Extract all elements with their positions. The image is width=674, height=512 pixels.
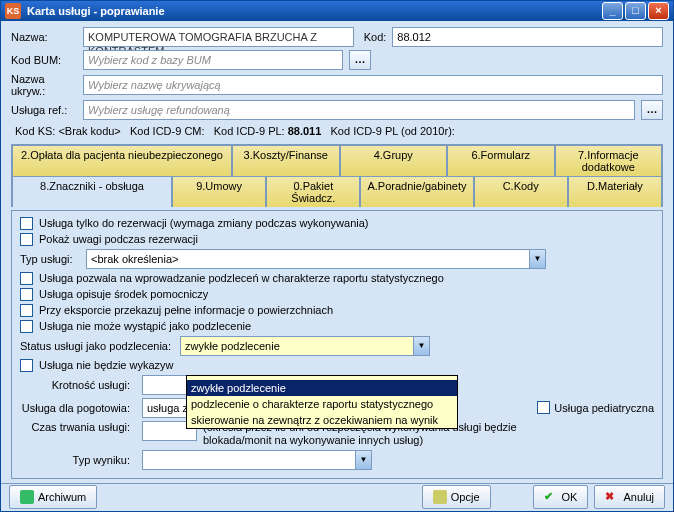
chk-srodek[interactable] <box>20 288 33 301</box>
archive-icon <box>20 490 34 504</box>
pogo-label: Usługa dla pogotowia: <box>20 402 130 414</box>
krot-label: Krotność usługi: <box>20 379 130 391</box>
kodbum-label: Kod BUM: <box>11 54 77 66</box>
status-label: Status usługi jako podzlecenia: <box>20 340 180 352</box>
close-button[interactable]: × <box>648 2 669 20</box>
app-icon: KS <box>5 3 21 19</box>
maximize-button[interactable]: □ <box>625 2 646 20</box>
tab-koszty[interactable]: 3.Koszty/Finanse <box>232 145 340 176</box>
minimize-button[interactable]: _ <box>602 2 623 20</box>
tab-grupy[interactable]: 4.Grupy <box>340 145 448 176</box>
tab-znaczniki[interactable]: 8.Znaczniki - obsługa <box>12 176 172 207</box>
chevron-down-icon: ▼ <box>529 250 545 268</box>
wynik-label: Typ wyniku: <box>20 454 130 466</box>
tab-panel: Usługa tylko do rezerwacji (wymaga zmian… <box>11 210 663 479</box>
tab-informacje[interactable]: 7.Informacje dodatkowe <box>555 145 663 176</box>
opcje-button[interactable]: Opcje <box>422 485 491 509</box>
kod-label: Kod: <box>364 31 387 43</box>
chk-pediatr[interactable] <box>537 401 550 414</box>
chk-eksport[interactable] <box>20 304 33 317</box>
chk-uwagi[interactable] <box>20 233 33 246</box>
ok-button[interactable]: ✔OK <box>533 485 589 509</box>
tab-poradnie[interactable]: A.Poradnie/gabinety <box>360 176 473 207</box>
chk-podzlecenia[interactable] <box>20 272 33 285</box>
chevron-down-icon: ▼ <box>413 337 429 355</box>
tab-kody[interactable]: C.Kody <box>474 176 568 207</box>
uslref-input[interactable]: Wybierz usługę refundowaną <box>83 100 635 120</box>
tab-oplata[interactable]: 2.Opłata dla pacjenta nieubezpieczonego <box>12 145 232 176</box>
nazwa-label: Nazwa: <box>11 31 77 43</box>
tab-pakiet[interactable]: 0.Pakiet Świadcz. <box>266 176 360 207</box>
anuluj-button[interactable]: ✖Anuluj <box>594 485 665 509</box>
status-option-raport[interactable]: podzlecenie o charakterze raportu statys… <box>187 396 457 412</box>
czas-label: Czas trwania usługi: <box>20 421 130 433</box>
tab-umowy[interactable]: 9.Umowy <box>172 176 266 207</box>
typ-select[interactable]: <brak określenia>▼ <box>86 249 546 269</box>
chk-rezerwacja[interactable] <box>20 217 33 230</box>
options-icon <box>433 490 447 504</box>
kod-input[interactable]: 88.012 <box>392 27 663 47</box>
nazwaukr-label: Nazwa ukryw.: <box>11 73 77 97</box>
nazwa-input[interactable]: KOMPUTEROWA TOMOGRAFIA BRZUCHA Z KONTRAS… <box>83 27 354 47</box>
tab-materialy[interactable]: D.Materiały <box>568 176 662 207</box>
status-option-zwykle[interactable]: zwykłe podzlecenie <box>187 380 457 396</box>
uslref-label: Usługa ref.: <box>11 104 77 116</box>
status-dropdown[interactable]: zwykłe podzlecenie podzlecenie o charakt… <box>186 375 458 429</box>
archiwum-button[interactable]: Archiwum <box>9 485 97 509</box>
kodbum-pick-button[interactable]: … <box>349 50 371 70</box>
chevron-down-icon: ▼ <box>355 451 371 469</box>
tab-formularz[interactable]: 6.Formularz <box>447 145 555 176</box>
status-option-skierowanie[interactable]: skierowanie na zewnątrz z oczekiwaniem n… <box>187 412 457 428</box>
uslref-pick-button[interactable]: … <box>641 100 663 120</box>
chk-niepodzl[interactable] <box>20 320 33 333</box>
chk-niewykaz[interactable] <box>20 359 33 372</box>
window-title: Karta usługi - poprawianie <box>27 5 600 17</box>
typ-label: Typ usługi: <box>20 253 80 265</box>
check-icon: ✔ <box>544 490 558 504</box>
window: KS Karta usługi - poprawianie _ □ × Nazw… <box>0 0 674 512</box>
footer: Archiwum Opcje ✔OK ✖Anuluj <box>1 483 673 511</box>
nazwaukr-input[interactable]: Wybierz nazwę ukrywającą <box>83 75 663 95</box>
kod-summary: Kod KS: <Brak kodu> Kod ICD-9 CM: Kod IC… <box>11 123 663 141</box>
titlebar: KS Karta usługi - poprawianie _ □ × <box>1 1 673 21</box>
wynik-select[interactable]: ▼ <box>142 450 372 470</box>
cancel-icon: ✖ <box>605 490 619 504</box>
kodbum-input[interactable]: Wybierz kod z bazy BUM <box>83 50 343 70</box>
tabs: 2.Opłata dla pacjenta nieubezpieczonego … <box>11 144 663 207</box>
status-select[interactable]: zwykłe podzlecenie▼ <box>180 336 430 356</box>
